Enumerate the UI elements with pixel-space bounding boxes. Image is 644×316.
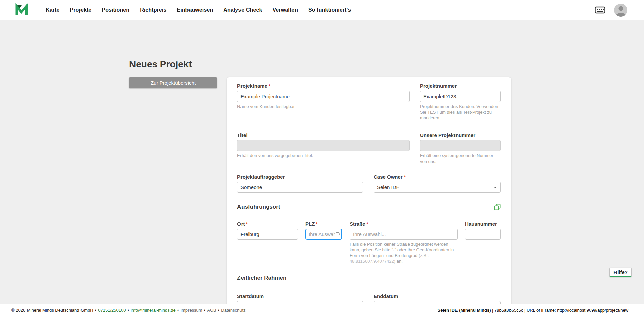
- separator: •: [127, 308, 129, 313]
- copy-location-button[interactable]: [494, 204, 501, 210]
- case-owner-select[interactable]: Selen IDE: [374, 182, 501, 193]
- page-title: Neues Projekt: [129, 59, 192, 70]
- hausnummer-field: Hausnummer: [465, 220, 501, 264]
- top-navbar: Karte Projekte Positionen Richtpreis Ein…: [0, 0, 644, 20]
- projektauftraggeber-field: Projektauftraggeber: [237, 174, 363, 193]
- titel-label: Titel: [237, 132, 410, 138]
- ausfuehrungsort-section-header: Ausführungsort: [237, 203, 501, 211]
- copy-icon: [494, 204, 501, 210]
- section-divider: [237, 285, 501, 285]
- case-owner-field: Case Owner* Selen IDE: [374, 174, 501, 193]
- loading-spinner-icon: [335, 232, 340, 236]
- footer-email-link[interactable]: info@mineral-minds.de: [131, 308, 176, 313]
- footer-agb-link[interactable]: AGB: [207, 308, 216, 313]
- ort-field: Ort*: [237, 220, 298, 264]
- zeitlicher-rahmen-heading: Zeitlicher Rahmen: [237, 275, 286, 281]
- unsere-projektnummer-label: Unsere Projektnummer: [420, 132, 501, 138]
- footer-right: Selen IDE (Mineral Minds) | 78b5a8b65c5c…: [438, 308, 628, 313]
- projektnummer-label: Projektnummer: [420, 83, 501, 89]
- unsere-projektnummer-help: Erhält eine systemgenerierte Nummer von …: [420, 153, 501, 164]
- footer-session-info: | 78b5a8b65c5c | URL of iFrame: http://l…: [492, 308, 628, 313]
- form-row-name-number: Projektname* Name vom Kunden festlegbar …: [237, 83, 501, 121]
- enddatum-label: Enddatum: [374, 293, 501, 299]
- form-row-titel-number: Titel Erhält den von uns vorgegebenen Ti…: [237, 132, 501, 164]
- titel-help: Erhält den von uns vorgegebenen Titel.: [237, 153, 410, 159]
- user-avatar-button[interactable]: [614, 4, 627, 17]
- projektname-help: Name vom Kunden festlegbar: [237, 104, 410, 109]
- nav-item-analyse-check[interactable]: Analyse Check: [223, 7, 262, 13]
- hausnummer-input[interactable]: [465, 229, 501, 240]
- nav-item-projekte[interactable]: Projekte: [70, 7, 91, 13]
- separator: •: [177, 308, 179, 313]
- help-button[interactable]: Hilfe?: [609, 268, 632, 277]
- strasse-field: Straße* Falls die Position keiner Straße…: [350, 220, 458, 264]
- ort-input[interactable]: [237, 229, 298, 240]
- startdatum-label: Startdatum: [237, 293, 363, 299]
- footer-left: © 2026 Mineral Minds Deutschland GmbH•07…: [11, 308, 246, 313]
- projektnummer-input[interactable]: [420, 91, 501, 102]
- projektauftraggeber-label: Projektauftraggeber: [237, 174, 363, 180]
- ort-label: Ort*: [237, 220, 298, 227]
- navbar-right-actions: [595, 4, 627, 17]
- footer-impressum-link[interactable]: Impressum: [180, 308, 202, 313]
- projektauftraggeber-input[interactable]: [237, 182, 363, 193]
- case-owner-label: Case Owner*: [374, 174, 501, 180]
- separator: •: [218, 308, 220, 313]
- separator: •: [204, 308, 206, 313]
- nav-item-karte[interactable]: Karte: [46, 7, 59, 13]
- strasse-label: Straße*: [350, 220, 458, 227]
- required-marker: *: [366, 221, 368, 227]
- projektnummer-field: Projektnummer Projektnummer des Kunden. …: [420, 83, 501, 121]
- projektname-label: Projektname*: [237, 83, 410, 89]
- required-marker: *: [404, 174, 406, 180]
- keyboard-shortcuts-button[interactable]: [595, 6, 605, 14]
- copyright-text: © 2026 Mineral Minds Deutschland GmbH: [11, 308, 93, 313]
- new-project-form-card: Projektname* Name vom Kunden festlegbar …: [227, 77, 511, 312]
- hausnummer-label: Hausnummer: [465, 220, 501, 227]
- main-navigation: Karte Projekte Positionen Richtpreis Ein…: [46, 7, 351, 13]
- keyboard-icon: [595, 6, 605, 14]
- projektnummer-help: Projektnummer des Kunden. Verwenden Sie …: [420, 104, 501, 121]
- form-row-location: Ort* PLZ* Straße* Falls die Position kei…: [237, 220, 501, 264]
- back-to-project-overview-button[interactable]: Zur Projektübersicht: [129, 77, 217, 88]
- separator: •: [95, 308, 97, 313]
- chevron-down-icon: [494, 187, 497, 190]
- required-marker: *: [268, 83, 270, 89]
- footer-phone-link[interactable]: 07151/250100: [98, 308, 126, 313]
- plz-field: PLZ*: [305, 220, 342, 264]
- required-marker: *: [316, 221, 318, 227]
- titel-field: Titel Erhält den von uns vorgegebenen Ti…: [237, 132, 410, 164]
- logo-icon: [15, 3, 29, 17]
- required-marker: *: [246, 221, 248, 227]
- footer-user-info: Selen IDE (Mineral Minds): [438, 308, 491, 313]
- main-content: Neues Projekt Zur Projektübersicht Proje…: [0, 20, 644, 304]
- footer: © 2026 Mineral Minds Deutschland GmbH•07…: [0, 304, 644, 316]
- unsere-projektnummer-input: [420, 140, 501, 151]
- plz-label: PLZ*: [305, 220, 342, 227]
- nav-item-verwalten[interactable]: Verwalten: [272, 7, 298, 13]
- case-owner-selected-value: Selen IDE: [377, 184, 400, 190]
- form-row-client-owner: Projektauftraggeber Case Owner* Selen ID…: [237, 174, 501, 193]
- projektname-field: Projektname* Name vom Kunden festlegbar: [237, 83, 410, 121]
- nav-item-so-funktionierts[interactable]: So funktioniert's: [308, 7, 351, 13]
- zeitlicher-rahmen-section-header: Zeitlicher Rahmen: [237, 274, 501, 285]
- footer-datenschutz-link[interactable]: Datenschutz: [221, 308, 245, 313]
- mineral-minds-logo[interactable]: [15, 3, 29, 17]
- projektname-input[interactable]: [237, 91, 410, 102]
- nav-item-richtpreis[interactable]: Richtpreis: [140, 7, 166, 13]
- nav-item-einbauweisen[interactable]: Einbauweisen: [177, 7, 213, 13]
- unsere-projektnummer-field: Unsere Projektnummer Erhält eine systemg…: [420, 132, 501, 164]
- strasse-input[interactable]: [350, 229, 458, 240]
- strasse-help: Falls die Position keiner Straße zugeord…: [350, 241, 458, 264]
- ausfuehrungsort-heading: Ausführungsort: [237, 203, 280, 211]
- titel-input: [237, 140, 410, 151]
- person-icon: [614, 4, 627, 17]
- nav-item-positionen[interactable]: Positionen: [102, 7, 129, 13]
